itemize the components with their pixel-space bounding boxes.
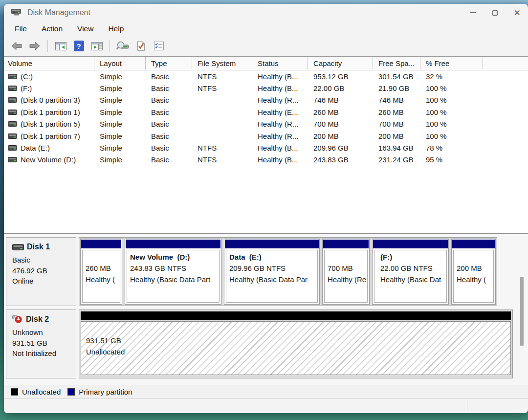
disk2-header[interactable]: Disk 2 Unknown 931.51 GB Not Initialized (6, 309, 76, 378)
cell-volume: (Disk 1 partition 1) (21, 108, 80, 116)
minimize-button[interactable] (462, 4, 484, 22)
legend: Unallocated Primary partition (4, 385, 528, 398)
disk1-header[interactable]: Disk 1 Basic 476.92 GB Online (6, 237, 76, 306)
cell-file-system: NTFS (192, 155, 252, 164)
close-icon: ✕ (513, 8, 520, 18)
disk2-row: Disk 2 Unknown 931.51 GB Not Initialized… (6, 309, 528, 378)
cell-volume: (C:) (21, 72, 33, 81)
cell-volume: (Disk 1 partition 7) (21, 132, 80, 140)
show-action-pane-icon[interactable] (90, 40, 104, 52)
disk-name: Disk 2 (26, 315, 49, 324)
help-glyph: ? (74, 41, 84, 51)
cell-status: Healthy (R... (252, 132, 308, 140)
cell-type: Basic (146, 96, 192, 104)
unallocated-hatch: 931.51 GB Unallocated (81, 321, 511, 375)
cell-capacity: 700 MB (308, 120, 373, 128)
task-list-icon[interactable] (152, 40, 166, 52)
table-row[interactable]: (Disk 1 partition 7) Simple Basic Health… (4, 130, 528, 142)
cell-layout: Simple (94, 72, 146, 81)
partition-data-e[interactable]: Data (E:) 209.96 GB NTFS Healthy (Basic … (224, 239, 320, 305)
forward-icon[interactable] (28, 40, 42, 52)
primary-partition-bar (373, 240, 448, 248)
disk-management-window: Disk Management ✕ File Action View Help (4, 4, 528, 413)
column-header-volume[interactable]: Volume (4, 57, 94, 70)
cell-layout: Simple (94, 120, 146, 128)
column-header-capacity[interactable]: Capacity (308, 57, 373, 70)
table-row[interactable]: (Disk 1 partition 1) Simple Basic Health… (4, 106, 528, 118)
menu-action[interactable]: Action (42, 24, 63, 33)
disk-state: Online (12, 276, 74, 287)
unallocated-swatch (11, 388, 18, 396)
disk2-unallocated-region[interactable]: 931.51 GB Unallocated (79, 309, 513, 378)
menu-view[interactable]: View (77, 24, 93, 33)
column-header-pct-free[interactable]: % Free (420, 57, 483, 70)
partition-new-volume-d[interactable]: New Volume (D:) 243.83 GB NTFS Healthy (… (125, 239, 221, 305)
cell-free-space: 301.54 GB (373, 72, 420, 81)
maximize-icon (492, 10, 498, 16)
cell-type: Basic (146, 132, 192, 140)
close-button[interactable]: ✕ (506, 4, 528, 22)
cell-capacity: 953.12 GB (308, 72, 373, 81)
cell-type: Basic (146, 72, 192, 81)
table-row[interactable]: (C:) Simple Basic NTFS Healthy (B... 953… (4, 70, 528, 82)
toolbar-separator (110, 40, 110, 52)
toolbar: ? (4, 36, 528, 56)
unallocated-size: 931.51 GB (86, 336, 124, 348)
cell-pct-free: 95 % (420, 155, 483, 164)
cell-layout: Simple (94, 84, 146, 92)
column-header-status[interactable]: Status (252, 57, 308, 70)
cell-pct-free: 100 % (420, 84, 483, 92)
table-row[interactable]: Data (E:) Simple Basic NTFS Healthy (B..… (4, 142, 528, 154)
minimize-icon (470, 12, 476, 13)
window-title: Disk Management (27, 8, 90, 17)
cell-type: Basic (146, 120, 192, 128)
cell-type: Basic (146, 144, 192, 152)
table-row[interactable]: (Disk 1 partition 5) Simple Basic Health… (4, 118, 528, 130)
cell-layout: Simple (94, 132, 146, 140)
help-icon[interactable]: ? (72, 40, 86, 52)
cell-capacity: 746 MB (308, 96, 373, 104)
volume-icon (8, 133, 17, 139)
volume-list-header: Volume Layout Type File System Status Ca… (4, 57, 528, 70)
vertical-scrollbar-thumb[interactable] (520, 277, 524, 346)
cell-type: Basic (146, 155, 192, 164)
disk-type: Unknown (12, 327, 74, 338)
table-row[interactable]: (Disk 0 partition 3) Simple Basic Health… (4, 94, 528, 106)
column-header-layout[interactable]: Layout (94, 57, 146, 70)
partition-f[interactable]: (F:) 22.00 GB NTFS Healthy (Basic Dat (372, 239, 449, 305)
primary-partition-bar (225, 240, 319, 248)
cell-capacity: 260 MB (308, 108, 373, 116)
cell-layout: Simple (94, 155, 146, 164)
legend-label: Unallocated (22, 388, 61, 396)
disk-size: 931.51 GB (12, 338, 74, 349)
back-icon[interactable] (10, 40, 23, 52)
primary-partition-bar (81, 240, 121, 248)
disk-view-icon[interactable] (116, 40, 130, 52)
table-row[interactable]: New Volume (D:) Simple Basic NTFS Health… (4, 154, 528, 166)
cell-volume: (Disk 1 partition 5) (21, 120, 80, 128)
column-header-filler (483, 57, 528, 70)
cell-type: Basic (146, 108, 192, 116)
cell-file-system: NTFS (192, 72, 252, 81)
cell-volume: (Disk 0 partition 3) (21, 96, 80, 104)
disk1-partition-strip: 260 MB Healthy ( New Volume (D:) 243.83 … (79, 237, 497, 306)
show-console-tree-icon[interactable] (54, 40, 67, 52)
cell-free-space: 260 MB (373, 108, 420, 116)
properties-check-icon[interactable] (134, 40, 148, 52)
column-header-free-space[interactable]: Free Spa... (373, 57, 420, 70)
menu-file[interactable]: File (15, 24, 27, 33)
partition-700mb[interactable]: 700 MB Healthy (Re (322, 239, 370, 305)
table-row[interactable]: (F:) Simple Basic NTFS Healthy (B... 22.… (4, 82, 528, 94)
cell-free-space: 200 MB (373, 132, 420, 140)
partition-200mb[interactable]: 200 MB Healthy ( (451, 239, 496, 305)
column-header-type[interactable]: Type (146, 57, 192, 70)
disk-error-icon (12, 315, 23, 324)
partition-260mb[interactable]: 260 MB Healthy ( (80, 239, 122, 305)
menu-help[interactable]: Help (108, 24, 124, 33)
maximize-button[interactable] (484, 4, 506, 22)
cell-layout: Simple (94, 144, 146, 152)
cell-status: Healthy (R... (252, 96, 308, 104)
primary-partition-bar (452, 240, 495, 248)
column-header-file-system[interactable]: File System (192, 57, 252, 70)
legend-label: Primary partition (79, 388, 132, 396)
